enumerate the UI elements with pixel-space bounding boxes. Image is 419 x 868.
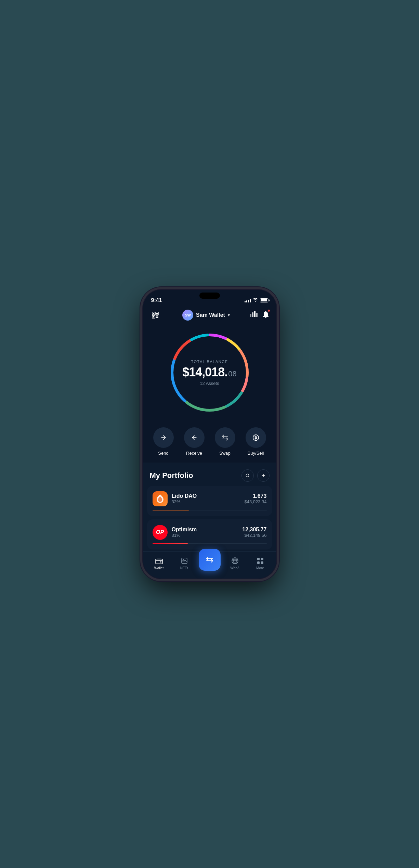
nav-nfts[interactable]: NFTs [172,557,197,570]
header: SW Sam Wallet ▾ [143,307,276,325]
portfolio-header-actions [241,469,270,482]
more-nav-label: More [256,566,264,570]
lido-name: Lido DAO [172,493,197,499]
svg-point-25 [246,474,249,477]
wallet-nav-icon [155,557,163,565]
svg-rect-33 [261,558,263,560]
donut-center: TOTAL BALANCE $14,018. 08 12 Assets [182,359,237,386]
op-pct: 31% [172,533,197,538]
bell-icon[interactable] [262,310,269,320]
optimism-icon: OP [153,525,168,540]
status-time: 9:41 [151,297,162,303]
buysell-button[interactable] [246,427,266,448]
svg-rect-7 [157,315,158,316]
swap-fab-button[interactable] [199,549,221,571]
buysell-label: Buy/Sell [248,451,264,456]
screen: 9:41 [143,290,276,579]
svg-rect-8 [156,317,157,318]
notification-badge [267,309,270,312]
donut-chart: TOTAL BALANCE $14,018. 08 12 Assets [165,328,254,417]
svg-rect-6 [156,315,157,316]
nav-web3[interactable]: Web3 [222,557,248,570]
svg-point-29 [183,559,184,560]
status-icons [245,298,268,303]
more-nav-icon [256,557,264,565]
phone-frame: 9:41 [143,290,276,579]
nav-center [197,556,222,571]
web3-nav-icon [231,557,239,565]
wallet-nav-label: Wallet [154,566,163,570]
swap-label: Swap [219,451,231,456]
op-amount: 12,305.77 [242,527,266,533]
svg-rect-5 [153,316,154,318]
header-left [150,310,162,321]
balance-section: TOTAL BALANCE $14,018. 08 12 Assets [143,325,276,424]
portfolio-title: My Portfolio [150,471,193,480]
nfts-nav-label: NFTs [180,566,188,570]
balance-assets: 12 Assets [182,380,237,386]
send-button[interactable] [153,427,174,448]
swap-action[interactable]: Swap [215,427,235,456]
lido-value: $43,023.34 [244,499,266,504]
svg-rect-1 [153,313,154,314]
portfolio-list: Lido DAO 32% 1.673 $43,023.34 [143,486,276,551]
send-action[interactable]: Send [153,427,174,456]
svg-rect-12 [254,311,256,317]
svg-rect-9 [157,317,158,318]
header-right [250,310,269,320]
notch-inner [199,293,220,299]
receive-action[interactable]: Receive [184,427,205,456]
asset-row-lido: Lido DAO 32% 1.673 $43,023.34 [153,491,267,506]
lido-progress-fill [153,510,189,510]
balance-label: TOTAL BALANCE [182,359,237,363]
swap-button[interactable] [215,427,235,448]
balance-cents: 08 [228,369,236,378]
add-asset-button[interactable] [257,469,270,482]
op-name: Optimism [172,527,197,533]
portfolio-header: My Portfolio [143,463,276,486]
svg-rect-35 [261,561,263,564]
asset-row-optimism: OP Optimism 31% 12,305.77 $42,149.56 [153,525,267,540]
chart-icon[interactable] [250,311,258,319]
svg-rect-27 [160,561,161,562]
receive-button[interactable] [184,427,205,448]
nfts-nav-icon [180,557,188,565]
bottom-nav: Wallet NFTs [143,551,276,579]
op-progress-bar [153,543,267,544]
send-label: Send [158,451,168,456]
web3-nav-label: Web3 [231,566,239,570]
lido-progress-bar [153,510,267,510]
qr-icon[interactable] [150,310,161,321]
asset-card-optimism[interactable]: OP Optimism 31% 12,305.77 $42,149.56 [147,519,272,549]
wallet-name: Sam Wallet [196,312,225,318]
avatar: SW [182,310,193,321]
op-value: $42,149.56 [242,533,266,538]
wallet-selector[interactable]: SW Sam Wallet ▾ [182,310,230,321]
svg-rect-32 [257,558,260,560]
op-progress-fill [153,543,188,544]
asset-card-lido[interactable]: Lido DAO 32% 1.673 $43,023.34 [147,486,272,516]
receive-label: Receive [186,451,202,456]
nav-wallet[interactable]: Wallet [146,557,172,570]
svg-rect-34 [257,561,260,564]
notch [189,290,230,301]
chevron-down-icon: ▾ [228,313,230,318]
wifi-icon [253,298,258,303]
svg-rect-10 [250,314,251,317]
balance-main: $14,018. [182,365,227,379]
signal-bars-icon [245,298,251,302]
lido-pct: 32% [172,499,197,504]
actions-row: Send Receive Swap [143,424,276,463]
lido-amount: 1.673 [244,493,266,499]
portfolio-section: My Portfolio [143,463,276,551]
svg-rect-26 [156,559,162,564]
nav-more[interactable]: More [248,557,273,570]
balance-amount: $14,018. 08 [182,365,237,379]
svg-rect-3 [156,313,158,314]
battery-icon [260,298,268,302]
svg-rect-11 [252,312,253,317]
svg-rect-13 [256,313,258,317]
buysell-action[interactable]: Buy/Sell [246,427,266,456]
lido-dao-icon [153,491,168,506]
search-button[interactable] [241,469,254,482]
